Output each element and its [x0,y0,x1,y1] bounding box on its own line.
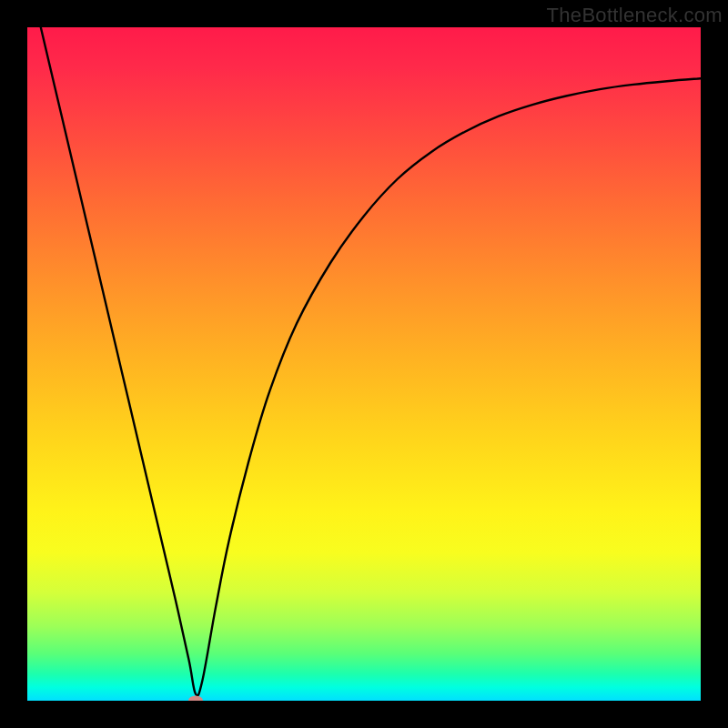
chart-frame: TheBottleneck.com [0,0,728,728]
watermark-text: TheBottleneck.com [547,4,723,27]
plot-area [27,27,701,701]
bottleneck-curve [27,27,701,701]
optimal-point-marker [188,696,203,702]
curve-path [41,27,701,695]
